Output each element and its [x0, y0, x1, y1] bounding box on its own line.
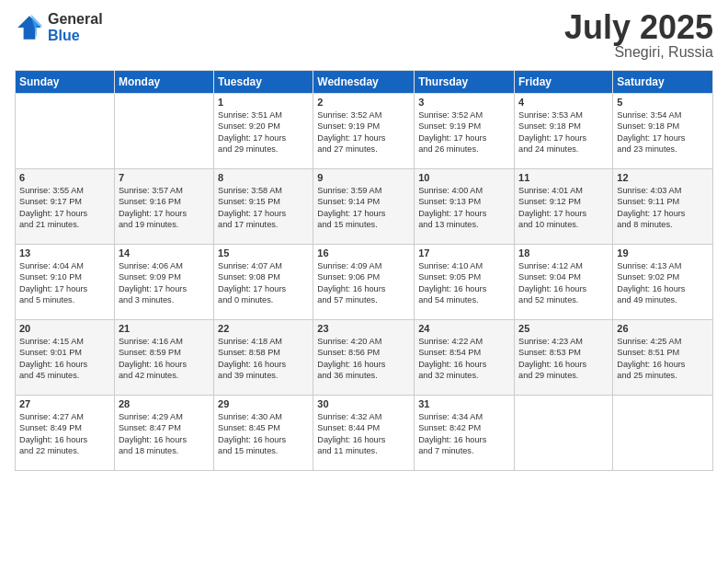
cell-day-number: 15 — [218, 247, 309, 259]
cell-daylight-info: Sunrise: 4:20 AM Sunset: 8:56 PM Dayligh… — [317, 336, 410, 382]
cell-day-number: 4 — [518, 97, 609, 108]
calendar-table: Sunday Monday Tuesday Wednesday Thursday… — [15, 70, 713, 471]
page: General Blue July 2025 Snegiri, Russia S… — [0, 0, 728, 563]
calendar-week-1: 1Sunrise: 3:51 AM Sunset: 9:20 PM Daylig… — [16, 94, 713, 169]
cell-daylight-info: Sunrise: 4:23 AM Sunset: 8:53 PM Dayligh… — [518, 336, 609, 382]
cell-daylight-info: Sunrise: 4:01 AM Sunset: 9:12 PM Dayligh… — [518, 185, 609, 231]
cell-daylight-info: Sunrise: 4:06 AM Sunset: 9:09 PM Dayligh… — [119, 260, 210, 306]
cell-day-number: 5 — [617, 97, 709, 108]
cell-daylight-info: Sunrise: 4:12 AM Sunset: 9:04 PM Dayligh… — [518, 260, 609, 306]
table-row: 10Sunrise: 4:00 AM Sunset: 9:13 PM Dayli… — [415, 169, 515, 245]
cell-daylight-info: Sunrise: 4:22 AM Sunset: 8:54 PM Dayligh… — [418, 336, 510, 382]
cell-daylight-info: Sunrise: 4:18 AM Sunset: 8:58 PM Dayligh… — [218, 336, 309, 382]
cell-day-number: 24 — [418, 323, 510, 334]
table-row — [114, 94, 213, 169]
cell-day-number: 21 — [119, 323, 210, 334]
calendar-week-5: 27Sunrise: 4:27 AM Sunset: 8:49 PM Dayli… — [16, 396, 713, 471]
cell-day-number: 23 — [317, 323, 410, 334]
col-tuesday: Tuesday — [214, 71, 313, 94]
logo-blue-text: Blue — [48, 28, 103, 44]
title-area: July 2025 Snegiri, Russia — [564, 11, 713, 61]
cell-day-number: 25 — [518, 323, 609, 334]
cell-daylight-info: Sunrise: 3:52 AM Sunset: 9:19 PM Dayligh… — [418, 109, 510, 155]
cell-daylight-info: Sunrise: 4:13 AM Sunset: 9:02 PM Dayligh… — [617, 260, 709, 306]
cell-day-number: 31 — [418, 398, 510, 409]
cell-daylight-info: Sunrise: 4:03 AM Sunset: 9:11 PM Dayligh… — [617, 185, 709, 231]
col-monday: Monday — [114, 71, 213, 94]
cell-daylight-info: Sunrise: 4:34 AM Sunset: 8:42 PM Dayligh… — [418, 411, 510, 457]
cell-day-number: 17 — [418, 247, 510, 259]
cell-day-number: 3 — [418, 97, 510, 108]
table-row: 3Sunrise: 3:52 AM Sunset: 9:19 PM Daylig… — [415, 94, 515, 169]
cell-day-number: 6 — [19, 172, 110, 183]
cell-day-number: 18 — [518, 247, 609, 259]
cell-daylight-info: Sunrise: 3:51 AM Sunset: 9:20 PM Dayligh… — [218, 109, 309, 155]
cell-day-number: 7 — [119, 172, 210, 183]
table-row: 8Sunrise: 3:58 AM Sunset: 9:15 PM Daylig… — [214, 169, 313, 245]
cell-day-number: 19 — [617, 247, 709, 259]
logo-general-text: General — [48, 11, 103, 28]
table-row — [515, 396, 613, 471]
cell-day-number: 29 — [218, 398, 309, 409]
cell-daylight-info: Sunrise: 3:54 AM Sunset: 9:18 PM Dayligh… — [617, 109, 709, 155]
table-row: 13Sunrise: 4:04 AM Sunset: 9:10 PM Dayli… — [16, 245, 115, 320]
cell-day-number: 9 — [317, 172, 410, 183]
table-row: 18Sunrise: 4:12 AM Sunset: 9:04 PM Dayli… — [515, 245, 613, 320]
cell-daylight-info: Sunrise: 4:10 AM Sunset: 9:05 PM Dayligh… — [418, 260, 510, 306]
table-row: 11Sunrise: 4:01 AM Sunset: 9:12 PM Dayli… — [515, 169, 613, 245]
cell-daylight-info: Sunrise: 3:53 AM Sunset: 9:18 PM Dayligh… — [518, 109, 609, 155]
table-row: 7Sunrise: 3:57 AM Sunset: 9:16 PM Daylig… — [114, 169, 213, 245]
col-thursday: Thursday — [415, 71, 515, 94]
cell-day-number: 26 — [617, 323, 709, 334]
table-row: 31Sunrise: 4:34 AM Sunset: 8:42 PM Dayli… — [415, 396, 515, 471]
table-row: 24Sunrise: 4:22 AM Sunset: 8:54 PM Dayli… — [415, 320, 515, 396]
table-row: 23Sunrise: 4:20 AM Sunset: 8:56 PM Dayli… — [313, 320, 415, 396]
cell-daylight-info: Sunrise: 4:25 AM Sunset: 8:51 PM Dayligh… — [617, 336, 709, 382]
cell-day-number: 16 — [317, 247, 410, 259]
cell-daylight-info: Sunrise: 4:30 AM Sunset: 8:45 PM Dayligh… — [218, 411, 309, 457]
table-row: 2Sunrise: 3:52 AM Sunset: 9:19 PM Daylig… — [313, 94, 415, 169]
cell-daylight-info: Sunrise: 4:07 AM Sunset: 9:08 PM Dayligh… — [218, 260, 309, 306]
col-sunday: Sunday — [16, 71, 115, 94]
cell-day-number: 22 — [218, 323, 309, 334]
cell-day-number: 20 — [19, 323, 110, 334]
location-subtitle: Snegiri, Russia — [564, 44, 713, 61]
calendar-header-row: Sunday Monday Tuesday Wednesday Thursday… — [16, 71, 713, 94]
table-row: 15Sunrise: 4:07 AM Sunset: 9:08 PM Dayli… — [214, 245, 313, 320]
col-wednesday: Wednesday — [313, 71, 415, 94]
logo-text: General Blue — [48, 11, 103, 43]
cell-daylight-info: Sunrise: 4:04 AM Sunset: 9:10 PM Dayligh… — [19, 260, 110, 306]
cell-daylight-info: Sunrise: 4:15 AM Sunset: 9:01 PM Dayligh… — [19, 336, 110, 382]
cell-day-number: 13 — [19, 247, 110, 259]
col-friday: Friday — [515, 71, 613, 94]
cell-daylight-info: Sunrise: 3:52 AM Sunset: 9:19 PM Dayligh… — [317, 109, 410, 155]
cell-daylight-info: Sunrise: 3:58 AM Sunset: 9:15 PM Dayligh… — [218, 185, 309, 231]
cell-day-number: 1 — [218, 97, 309, 108]
col-saturday: Saturday — [613, 71, 713, 94]
table-row: 4Sunrise: 3:53 AM Sunset: 9:18 PM Daylig… — [515, 94, 613, 169]
table-row: 12Sunrise: 4:03 AM Sunset: 9:11 PM Dayli… — [613, 169, 713, 245]
table-row: 17Sunrise: 4:10 AM Sunset: 9:05 PM Dayli… — [415, 245, 515, 320]
cell-day-number: 2 — [317, 97, 410, 108]
cell-day-number: 12 — [617, 172, 709, 183]
cell-day-number: 30 — [317, 398, 410, 409]
table-row: 26Sunrise: 4:25 AM Sunset: 8:51 PM Dayli… — [613, 320, 713, 396]
month-title: July 2025 — [564, 11, 713, 44]
cell-day-number: 8 — [218, 172, 309, 183]
table-row: 1Sunrise: 3:51 AM Sunset: 9:20 PM Daylig… — [214, 94, 313, 169]
cell-daylight-info: Sunrise: 3:55 AM Sunset: 9:17 PM Dayligh… — [19, 185, 110, 231]
table-row: 28Sunrise: 4:29 AM Sunset: 8:47 PM Dayli… — [114, 396, 213, 471]
table-row: 21Sunrise: 4:16 AM Sunset: 8:59 PM Dayli… — [114, 320, 213, 396]
cell-daylight-info: Sunrise: 4:27 AM Sunset: 8:49 PM Dayligh… — [19, 411, 110, 457]
calendar-week-3: 13Sunrise: 4:04 AM Sunset: 9:10 PM Dayli… — [16, 245, 713, 320]
cell-day-number: 27 — [19, 398, 110, 409]
cell-daylight-info: Sunrise: 3:59 AM Sunset: 9:14 PM Dayligh… — [317, 185, 410, 231]
table-row: 6Sunrise: 3:55 AM Sunset: 9:17 PM Daylig… — [16, 169, 115, 245]
cell-daylight-info: Sunrise: 4:16 AM Sunset: 8:59 PM Dayligh… — [119, 336, 210, 382]
table-row: 20Sunrise: 4:15 AM Sunset: 9:01 PM Dayli… — [16, 320, 115, 396]
calendar-week-2: 6Sunrise: 3:55 AM Sunset: 9:17 PM Daylig… — [16, 169, 713, 245]
table-row: 16Sunrise: 4:09 AM Sunset: 9:06 PM Dayli… — [313, 245, 415, 320]
logo: General Blue — [15, 11, 103, 43]
svg-marker-0 — [17, 16, 41, 40]
table-row — [613, 396, 713, 471]
